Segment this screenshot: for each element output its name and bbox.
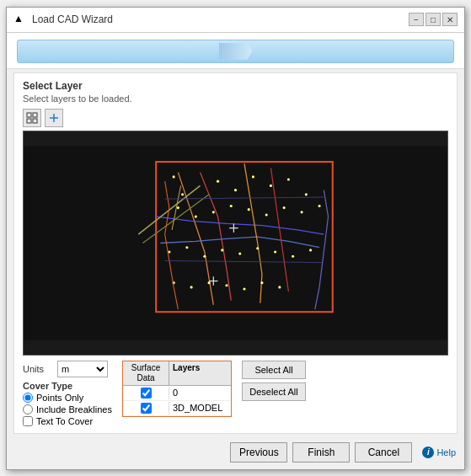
svg-point-28 xyxy=(185,246,188,249)
svg-point-10 xyxy=(173,175,175,178)
finish-button[interactable]: Finish xyxy=(292,442,350,463)
svg-point-30 xyxy=(221,249,223,251)
progress-arrow-icon xyxy=(219,43,253,60)
svg-rect-6 xyxy=(24,146,447,340)
svg-point-32 xyxy=(256,247,259,249)
svg-point-40 xyxy=(243,287,245,290)
units-select[interactable]: m ft cm xyxy=(57,361,108,377)
svg-point-17 xyxy=(305,193,308,195)
layer-row-0: 0 xyxy=(123,386,231,401)
help-label: Help xyxy=(436,447,456,457)
svg-point-12 xyxy=(217,179,219,182)
svg-point-29 xyxy=(203,254,206,257)
help-icon: i xyxy=(422,447,434,458)
title-bar-left: ▲ Load CAD Wizard xyxy=(13,13,113,26)
layer-table: SurfaceData Layers 0 3D_MODEL xyxy=(122,361,232,417)
svg-point-37 xyxy=(190,286,193,288)
svg-point-19 xyxy=(195,215,197,217)
svg-point-39 xyxy=(225,284,227,286)
title-controls: − □ ✕ xyxy=(409,13,458,26)
svg-point-31 xyxy=(238,252,241,254)
include-breaklines-radio-row: Include Breaklines xyxy=(23,404,115,414)
load-cad-wizard-dialog: ▲ Load CAD Wizard − □ ✕ Select Layer Sel… xyxy=(6,7,465,470)
layer-3d-model-checkbox[interactable] xyxy=(141,403,152,414)
units-row: Units m ft cm xyxy=(23,361,115,377)
svg-point-24 xyxy=(283,206,286,209)
cancel-button[interactable]: Cancel xyxy=(355,442,412,463)
text-to-cover-label: Text To Cover xyxy=(36,416,93,426)
cover-type-label: Cover Type xyxy=(23,381,115,391)
svg-point-13 xyxy=(234,189,237,191)
svg-point-21 xyxy=(230,204,233,206)
minimize-button[interactable]: − xyxy=(409,13,424,26)
svg-point-41 xyxy=(260,281,263,284)
text-to-cover-checkbox-row: Text To Cover xyxy=(23,416,115,426)
svg-point-20 xyxy=(212,211,215,213)
svg-rect-1 xyxy=(33,113,37,117)
svg-point-42 xyxy=(278,286,281,288)
right-action-buttons: Select All Deselect All xyxy=(242,361,306,401)
wizard-progress-area xyxy=(7,33,464,69)
select-all-button[interactable]: Select All xyxy=(242,361,306,379)
map-container xyxy=(23,131,448,356)
layer-table-header: SurfaceData Layers xyxy=(123,361,231,386)
svg-point-33 xyxy=(274,250,276,253)
svg-point-23 xyxy=(265,213,268,216)
layer-0-checkbox[interactable] xyxy=(141,388,152,398)
svg-point-15 xyxy=(270,184,272,186)
layer-3d-model-check-cell xyxy=(123,402,169,414)
layer-3d-model-name: 3D_MODEL xyxy=(169,402,231,414)
svg-point-18 xyxy=(177,206,179,209)
svg-rect-2 xyxy=(27,119,31,123)
maximize-button[interactable]: □ xyxy=(426,13,441,26)
points-only-radio-row: Points Only xyxy=(23,393,115,403)
svg-point-26 xyxy=(318,204,320,206)
grid-view-button[interactable] xyxy=(23,109,41,127)
left-controls: Units m ft cm Cover Type Points Only xyxy=(23,361,115,426)
svg-point-11 xyxy=(181,193,184,195)
section-subtitle: Select layers to be loaded. xyxy=(23,94,448,104)
title-bar: ▲ Load CAD Wizard − □ ✕ xyxy=(7,8,464,33)
add-layer-button[interactable] xyxy=(45,109,63,127)
text-to-cover-checkbox[interactable] xyxy=(23,416,33,426)
svg-rect-3 xyxy=(33,119,37,123)
previous-button[interactable]: Previous xyxy=(230,442,287,463)
points-only-radio[interactable] xyxy=(23,393,33,403)
cover-type-group: Cover Type Points Only Include Breakline… xyxy=(23,381,115,426)
points-only-label: Points Only xyxy=(36,393,83,403)
svg-point-25 xyxy=(301,211,303,213)
layers-column-header: Layers xyxy=(169,361,231,385)
svg-point-35 xyxy=(309,249,312,251)
dialog-footer: Previous Finish Cancel i Help xyxy=(7,437,464,469)
units-label: Units xyxy=(23,364,52,374)
content-area: Select Layer Select layers to be loaded. xyxy=(13,72,458,434)
add-icon xyxy=(48,112,60,124)
layer-0-check-cell xyxy=(123,387,169,399)
grid-icon xyxy=(26,112,38,124)
map-toolbar xyxy=(23,109,448,127)
progress-bar xyxy=(17,40,454,63)
svg-point-16 xyxy=(287,178,290,180)
svg-rect-0 xyxy=(27,113,31,117)
deselect-all-button[interactable]: Deselect All xyxy=(242,382,306,401)
help-area[interactable]: i Help xyxy=(422,447,456,458)
bottom-section: Units m ft cm Cover Type Points Only xyxy=(23,361,448,426)
close-button[interactable]: ✕ xyxy=(442,13,458,26)
layer-0-name: 0 xyxy=(169,387,231,398)
section-title: Select Layer xyxy=(23,80,448,92)
svg-point-22 xyxy=(248,208,250,211)
include-breaklines-radio[interactable] xyxy=(23,404,33,414)
include-breaklines-label: Include Breaklines xyxy=(36,404,112,414)
svg-point-38 xyxy=(207,281,210,284)
svg-point-34 xyxy=(292,254,294,257)
svg-point-14 xyxy=(252,175,254,178)
app-icon: ▲ xyxy=(13,13,27,26)
cad-map-svg xyxy=(24,131,447,355)
layer-row-3d-model: 3D_MODEL xyxy=(123,401,231,416)
surface-data-column-header: SurfaceData xyxy=(123,361,169,385)
dialog-title: Load CAD Wizard xyxy=(32,13,113,25)
